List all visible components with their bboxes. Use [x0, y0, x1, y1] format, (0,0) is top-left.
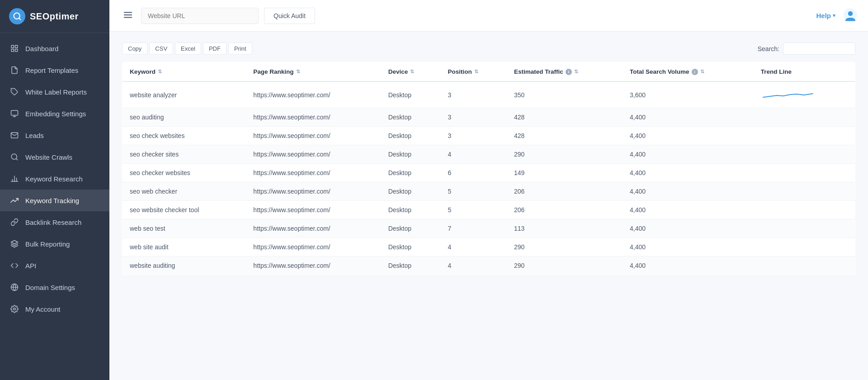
cell-total-search-volume: 4,400	[623, 127, 754, 145]
sidebar-item-embedding[interactable]: Embedding Settings	[0, 103, 109, 124]
sidebar-item-keyword-research[interactable]: Keyword Research	[0, 168, 109, 190]
col-device[interactable]: Device ⇅	[381, 62, 441, 82]
search-input[interactable]	[783, 43, 855, 55]
sidebar-item-keyword-tracking[interactable]: Keyword Tracking	[0, 190, 109, 211]
csv-button[interactable]: CSV	[149, 43, 173, 55]
user-avatar-button[interactable]	[844, 8, 857, 23]
sidebar-item-dashboard[interactable]: Dashboard	[0, 38, 109, 59]
cell-keyword: seo check websites	[123, 127, 246, 145]
sidebar-item-api[interactable]: API	[0, 255, 109, 276]
sort-icon: ⇅	[474, 69, 478, 75]
cell-trend-line	[754, 182, 855, 201]
sidebar-item-label: My Account	[25, 305, 61, 313]
cell-page-ranking[interactable]: https://www.seoptimer.com/	[246, 81, 381, 108]
cell-keyword: website analyzer	[123, 81, 246, 108]
cell-keyword: seo checker sites	[123, 145, 246, 164]
sidebar-item-backlink-research[interactable]: Backlink Research	[0, 211, 109, 233]
col-position[interactable]: Position ⇅	[441, 62, 507, 82]
pdf-button[interactable]: PDF	[203, 43, 226, 55]
sidebar-item-report-templates[interactable]: Report Templates	[0, 59, 109, 81]
mail-icon	[10, 131, 19, 140]
cell-keyword: seo website checker tool	[123, 201, 246, 219]
svg-point-24	[848, 11, 853, 16]
excel-button[interactable]: Excel	[175, 43, 201, 55]
content-area: Copy CSV Excel PDF Print Search: Keyword…	[109, 32, 868, 380]
quick-audit-button[interactable]: Quick Audit	[264, 8, 315, 24]
cell-page-ranking[interactable]: https://www.seoptimer.com/	[246, 201, 381, 219]
cell-estimated-traffic: 350	[507, 81, 623, 108]
cell-page-ranking[interactable]: https://www.seoptimer.com/	[246, 219, 381, 238]
cell-estimated-traffic: 290	[507, 256, 623, 275]
cell-trend-line	[754, 164, 855, 182]
cell-page-ranking[interactable]: https://www.seoptimer.com/	[246, 182, 381, 201]
sidebar-item-label: Domain Settings	[25, 284, 75, 291]
svg-rect-4	[11, 49, 14, 52]
cell-keyword: seo auditing	[123, 108, 246, 127]
table-row: seo checker websites https://www.seoptim…	[123, 164, 855, 182]
cell-device: Desktop	[381, 219, 441, 238]
cell-page-ranking[interactable]: https://www.seoptimer.com/	[246, 127, 381, 145]
cell-trend-line	[754, 256, 855, 275]
copy-button[interactable]: Copy	[122, 43, 147, 55]
cell-device: Desktop	[381, 81, 441, 108]
cell-total-search-volume: 4,400	[623, 219, 754, 238]
cell-page-ranking[interactable]: https://www.seoptimer.com/	[246, 256, 381, 275]
sidebar-item-domain-settings[interactable]: Domain Settings	[0, 276, 109, 298]
table-row: website analyzer https://www.seoptimer.c…	[123, 81, 855, 108]
sidebar-item-label: API	[25, 262, 36, 270]
cell-total-search-volume: 3,600	[623, 81, 754, 108]
col-estimated-traffic[interactable]: Estimated Traffic i ⇅	[507, 62, 623, 82]
sidebar-item-bulk-reporting[interactable]: Bulk Reporting	[0, 233, 109, 255]
print-button[interactable]: Print	[228, 43, 252, 55]
sidebar-item-label: Dashboard	[25, 45, 58, 52]
cell-position: 3	[441, 108, 507, 127]
cell-device: Desktop	[381, 145, 441, 164]
svg-rect-5	[15, 49, 18, 52]
col-total-search-volume[interactable]: Total Search Volume i ⇅	[623, 62, 754, 82]
trend-line-chart	[761, 87, 815, 101]
search-area: Search:	[758, 43, 855, 55]
sidebar-item-label: Report Templates	[25, 66, 78, 74]
svg-marker-16	[11, 241, 18, 244]
cell-keyword: web seo test	[123, 219, 246, 238]
cell-position: 4	[441, 238, 507, 256]
sidebar-item-white-label[interactable]: White Label Reports	[0, 81, 109, 103]
cell-page-ranking[interactable]: https://www.seoptimer.com/	[246, 145, 381, 164]
cell-page-ranking[interactable]: https://www.seoptimer.com/	[246, 164, 381, 182]
cell-device: Desktop	[381, 256, 441, 275]
menu-toggle-button[interactable]	[120, 7, 136, 24]
cell-total-search-volume: 4,400	[623, 201, 754, 219]
code-icon	[10, 261, 19, 270]
col-page-ranking[interactable]: Page Ranking ⇅	[246, 62, 381, 82]
sort-icon: ⇅	[296, 69, 300, 75]
cell-estimated-traffic: 206	[507, 182, 623, 201]
sidebar-logo: SEOptimer	[0, 0, 109, 33]
cell-trend-line	[754, 127, 855, 145]
sidebar-item-website-crawls[interactable]: Website Crawls	[0, 146, 109, 168]
sidebar-item-label: Bulk Reporting	[25, 240, 70, 248]
svg-point-19	[14, 308, 16, 310]
cell-total-search-volume: 4,400	[623, 108, 754, 127]
sidebar-item-leads[interactable]: Leads	[0, 124, 109, 146]
col-keyword[interactable]: Keyword ⇅	[123, 62, 246, 82]
cell-trend-line	[754, 219, 855, 238]
cell-position: 4	[441, 256, 507, 275]
table-row: seo check websites https://www.seoptimer…	[123, 127, 855, 145]
cell-page-ranking[interactable]: https://www.seoptimer.com/	[246, 238, 381, 256]
sidebar-item-label: Embedding Settings	[25, 110, 86, 118]
help-button[interactable]: Help ▾	[816, 12, 835, 19]
sort-icon: ⇅	[158, 69, 162, 75]
main-area: Quick Audit Help ▾ Copy CSV Excel PDF Pr…	[109, 0, 868, 380]
sidebar-item-label: Website Crawls	[25, 153, 72, 161]
search-label: Search:	[758, 45, 779, 52]
cell-position: 5	[441, 201, 507, 219]
tag-icon	[10, 87, 19, 96]
cell-keyword: seo web checker	[123, 182, 246, 201]
cell-trend-line	[754, 145, 855, 164]
cell-page-ranking[interactable]: https://www.seoptimer.com/	[246, 108, 381, 127]
url-input[interactable]	[141, 8, 259, 24]
table-row: seo web checker https://www.seoptimer.co…	[123, 182, 855, 201]
sidebar-nav: Dashboard Report Templates White Label R…	[0, 33, 109, 380]
sidebar-item-my-account[interactable]: My Account	[0, 298, 109, 320]
table-body: website analyzer https://www.seoptimer.c…	[123, 81, 855, 275]
